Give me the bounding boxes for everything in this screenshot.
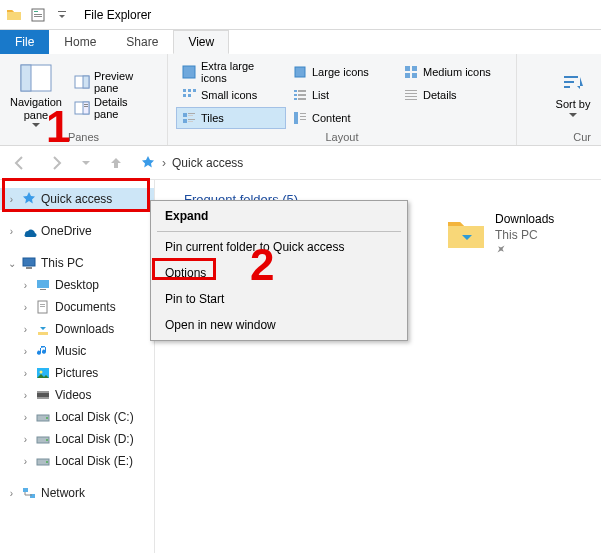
content-icon: [292, 110, 308, 126]
tab-home[interactable]: Home: [49, 30, 111, 54]
tree-pictures[interactable]: › Pictures: [0, 362, 154, 384]
tree-label: Pictures: [55, 366, 98, 380]
layout-list[interactable]: List: [287, 84, 397, 106]
tree-label: Local Disk (E:): [55, 454, 133, 468]
tile-downloads[interactable]: Downloads This PC: [445, 212, 554, 255]
ctx-expand[interactable]: Expand: [153, 203, 405, 229]
tree-quick-access[interactable]: › Quick access: [0, 188, 154, 210]
music-icon: [35, 343, 51, 359]
tile-name: Downloads: [495, 212, 554, 228]
layout-medium[interactable]: Medium icons: [398, 61, 508, 83]
svg-rect-28: [294, 98, 297, 100]
ctx-open-new-window[interactable]: Open in new window: [153, 312, 405, 338]
chevron-right-icon[interactable]: ›: [6, 226, 17, 237]
svg-point-63: [46, 439, 48, 441]
group-label-panes: Panes: [8, 131, 159, 143]
tree-onedrive[interactable]: › OneDrive: [0, 220, 154, 242]
svg-rect-20: [188, 89, 191, 92]
group-label-current-view: Cur: [525, 131, 593, 143]
tab-file[interactable]: File: [0, 30, 49, 54]
preview-pane-icon: [74, 74, 90, 90]
svg-rect-4: [58, 11, 66, 12]
svg-rect-49: [37, 280, 49, 288]
chevron-down-icon[interactable]: ⌄: [6, 258, 17, 269]
chevron-right-icon[interactable]: ›: [20, 456, 31, 467]
forward-button[interactable]: [44, 151, 68, 175]
tree-downloads[interactable]: › Downloads: [0, 318, 154, 340]
preview-pane-button[interactable]: Preview pane: [70, 71, 159, 93]
folder-downloads-icon: [445, 212, 487, 254]
tree-desktop[interactable]: › Desktop: [0, 274, 154, 296]
chevron-right-icon[interactable]: ›: [6, 194, 17, 205]
up-button[interactable]: [104, 151, 128, 175]
chevron-down-icon: [32, 123, 40, 127]
monitor-icon: [21, 255, 37, 271]
chevron-right-icon[interactable]: ›: [20, 434, 31, 445]
layout-small[interactable]: Small icons: [176, 84, 286, 106]
tab-view[interactable]: View: [173, 30, 229, 54]
svg-rect-35: [188, 113, 195, 114]
svg-rect-37: [183, 119, 187, 123]
chevron-right-icon[interactable]: ›: [20, 368, 31, 379]
layout-details[interactable]: Details: [398, 84, 508, 106]
breadcrumb[interactable]: › Quick access: [140, 155, 243, 171]
svg-rect-2: [34, 14, 42, 15]
ctx-pin-start[interactable]: Pin to Start: [153, 286, 405, 312]
chevron-right-icon[interactable]: ›: [20, 412, 31, 423]
context-menu: Expand Pin current folder to Quick acces…: [150, 200, 408, 341]
layout-content[interactable]: Content: [287, 107, 397, 129]
svg-rect-43: [300, 119, 306, 120]
sort-by-button[interactable]: Sort by: [553, 58, 593, 131]
details-pane-button[interactable]: Details pane: [70, 97, 159, 119]
chevron-right-icon[interactable]: ›: [20, 280, 31, 291]
svg-rect-19: [183, 89, 186, 92]
tree-label: This PC: [41, 256, 84, 270]
chevron-down-icon: [569, 113, 577, 117]
tiles-icon: [181, 110, 197, 126]
window-title: File Explorer: [84, 8, 151, 22]
chevron-right-icon[interactable]: ›: [20, 390, 31, 401]
svg-rect-8: [83, 76, 89, 88]
chevron-right-icon[interactable]: ›: [6, 488, 17, 499]
tree-local-disk-e[interactable]: › Local Disk (E:): [0, 450, 154, 472]
ctx-options[interactable]: Options: [153, 260, 405, 286]
chevron-right-icon[interactable]: ›: [20, 346, 31, 357]
tree-videos[interactable]: › Videos: [0, 384, 154, 406]
breadcrumb-quick-access[interactable]: Quick access: [172, 156, 243, 170]
tab-share[interactable]: Share: [111, 30, 173, 54]
svg-point-61: [46, 417, 48, 419]
layout-tiles[interactable]: Tiles: [176, 107, 286, 129]
navigation-tree[interactable]: › Quick access › OneDrive ⌄ This PC › De…: [0, 180, 155, 553]
svg-rect-12: [84, 106, 88, 107]
chevron-right-icon[interactable]: ›: [20, 324, 31, 335]
navigation-pane-button[interactable]: Navigation pane: [8, 58, 64, 131]
tree-local-disk-c[interactable]: › Local Disk (C:): [0, 406, 154, 428]
tree-documents[interactable]: › Documents: [0, 296, 154, 318]
tree-local-disk-d[interactable]: › Local Disk (D:): [0, 428, 154, 450]
svg-rect-15: [405, 66, 410, 71]
tree-network[interactable]: › Network: [0, 482, 154, 504]
address-bar: › Quick access: [0, 146, 601, 180]
videos-icon: [35, 387, 51, 403]
qat-dropdown-icon[interactable]: [52, 5, 72, 25]
layout-extra-large[interactable]: Extra large icons: [176, 61, 286, 83]
tree-label: Downloads: [55, 322, 114, 336]
details-icon: [403, 87, 419, 103]
recent-locations-button[interactable]: [80, 151, 92, 175]
title-bar: File Explorer: [0, 0, 601, 30]
list-icon: [292, 87, 308, 103]
chevron-right-icon[interactable]: ›: [20, 302, 31, 313]
svg-point-65: [46, 461, 48, 463]
layout-large[interactable]: Large icons: [287, 61, 397, 83]
properties-icon[interactable]: [28, 5, 48, 25]
ctx-pin-quick-access[interactable]: Pin current folder to Quick access: [153, 234, 405, 260]
drive-icon: [35, 409, 51, 425]
back-button[interactable]: [8, 151, 32, 175]
svg-rect-59: [37, 397, 49, 399]
svg-point-56: [40, 371, 43, 374]
separator: [157, 231, 401, 232]
svg-rect-46: [564, 86, 570, 88]
tree-this-pc[interactable]: ⌄ This PC: [0, 252, 154, 274]
tree-music[interactable]: › Music: [0, 340, 154, 362]
svg-rect-31: [405, 93, 417, 94]
